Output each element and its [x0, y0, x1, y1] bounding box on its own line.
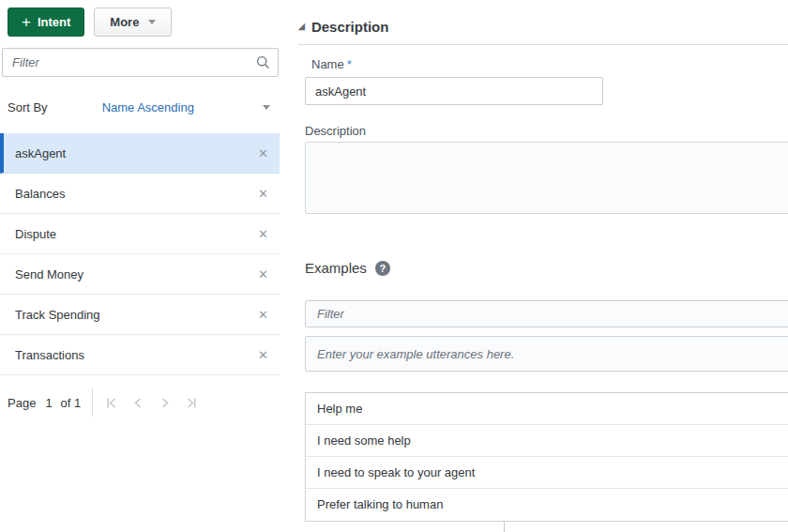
- intent-list-item-balances[interactable]: Balances ✕: [0, 174, 280, 214]
- more-menu-button[interactable]: More: [94, 8, 172, 37]
- intent-filter-input[interactable]: [2, 48, 279, 77]
- intent-name: Track Spending: [15, 308, 100, 322]
- utterance-row[interactable]: Help me: [306, 393, 788, 425]
- current-page-number: 1: [45, 396, 52, 410]
- pagination-divider: [92, 388, 93, 417]
- next-page-icon[interactable]: [159, 398, 170, 408]
- intent-name: Balances: [15, 187, 65, 201]
- add-intent-button-label: Intent: [38, 15, 70, 29]
- examples-filter-input[interactable]: [305, 300, 788, 327]
- close-icon[interactable]: ✕: [258, 348, 268, 362]
- search-icon: [256, 55, 270, 73]
- intent-filter: [2, 48, 279, 77]
- intent-list-item-send-money[interactable]: Send Money ✕: [0, 254, 280, 295]
- required-asterisk: *: [347, 57, 352, 71]
- intent-name: Send Money: [15, 267, 83, 281]
- close-icon[interactable]: ✕: [258, 146, 268, 160]
- scrollbar-tick[interactable]: [504, 522, 505, 532]
- plus-icon: +: [22, 14, 31, 30]
- intent-list-item-transactions[interactable]: Transactions ✕: [0, 335, 280, 375]
- utterance-row[interactable]: Prefer talking to human: [306, 489, 788, 521]
- name-field-label: Name*: [311, 57, 788, 71]
- description-section-header[interactable]: ◢ Description: [298, 19, 788, 35]
- last-page-icon[interactable]: [186, 398, 196, 408]
- intent-list-item-track-spending[interactable]: Track Spending ✕: [0, 295, 280, 335]
- intent-name-input[interactable]: [305, 77, 603, 105]
- page-label: Page: [8, 396, 36, 410]
- intent-name: Transactions: [15, 348, 84, 362]
- utterance-row[interactable]: I need some help: [306, 425, 788, 457]
- description-field-label: Description: [305, 124, 788, 138]
- sort-by-label: Sort By: [8, 100, 48, 114]
- chevron-down-icon: [148, 20, 156, 24]
- close-icon[interactable]: ✕: [258, 308, 268, 322]
- section-divider: [298, 44, 788, 45]
- more-button-label: More: [110, 15, 139, 29]
- utterance-row[interactable]: I need to speak to your agent: [306, 457, 788, 489]
- add-intent-button[interactable]: + Intent: [8, 8, 84, 37]
- intent-name: Dispute: [15, 227, 56, 241]
- help-icon[interactable]: ?: [375, 261, 390, 276]
- pagination-controls: [107, 398, 196, 408]
- intent-detail-panel: ◢ Description Name* Description Examples…: [298, 0, 788, 522]
- intent-description-textarea[interactable]: [305, 142, 788, 214]
- first-page-icon[interactable]: [107, 398, 117, 408]
- intent-toolbar: + Intent More: [8, 8, 280, 37]
- collapse-triangle-icon[interactable]: ◢: [298, 23, 305, 31]
- section-title: Description: [311, 19, 389, 35]
- examples-title: Examples: [305, 260, 367, 276]
- pagination: Page 1 of 1: [0, 388, 280, 417]
- utterance-table: Help me I need some help I need to speak…: [305, 392, 788, 522]
- intent-name: askAgent: [15, 146, 66, 160]
- close-icon[interactable]: ✕: [258, 227, 268, 241]
- close-icon[interactable]: ✕: [258, 187, 268, 201]
- intent-list-item-askagent[interactable]: askAgent ✕: [0, 133, 280, 174]
- chevron-down-icon[interactable]: [263, 105, 270, 110]
- examples-header: Examples ?: [305, 260, 788, 276]
- intent-list-panel: + Intent More Sort By Name Ascending ask…: [0, 0, 280, 417]
- name-label-text: Name: [311, 57, 344, 71]
- intent-list-item-dispute[interactable]: Dispute ✕: [0, 214, 280, 254]
- sort-row: Sort By Name Ascending: [0, 94, 280, 120]
- intent-list: askAgent ✕ Balances ✕ Dispute ✕ Send Mon…: [0, 133, 280, 375]
- new-utterance-input[interactable]: [305, 336, 788, 372]
- close-icon[interactable]: ✕: [258, 267, 268, 281]
- page-of-label: of 1: [61, 396, 82, 410]
- previous-page-icon[interactable]: [133, 398, 144, 408]
- sort-order-select[interactable]: Name Ascending: [102, 100, 194, 114]
